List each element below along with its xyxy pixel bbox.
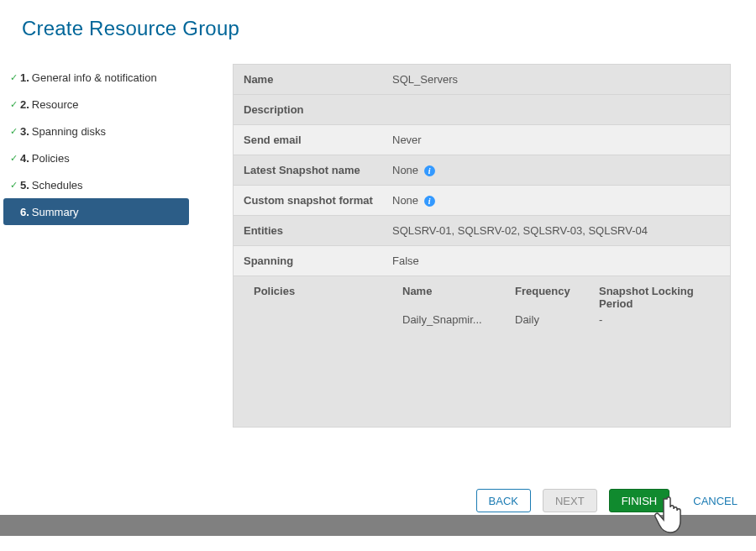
step-label: General info & notification [32,71,157,84]
footer-bar [0,515,756,536]
summary-row-policies: Policies Name Frequency Snapshot Locking… [234,276,730,427]
step-number: 3. [20,125,29,138]
field-label: Latest Snapshot name [234,155,387,185]
step-label: Summary [32,206,79,218]
finish-button[interactable]: FINISH [609,489,670,512]
policies-table-header: Name Frequency Snapshot Locking Period [402,285,715,313]
field-label: Policies [244,276,397,306]
col-name: Name [402,285,515,313]
check-icon: ✓ [10,99,20,110]
step-policies[interactable]: ✓ 4. Policies [3,144,189,171]
field-value [387,102,730,118]
summary-row-sendemail: Send email Never [234,125,730,155]
step-general-info[interactable]: ✓ 1. General info & notification [3,64,189,91]
col-frequency: Frequency [515,285,599,313]
step-summary[interactable]: ✓ 6. Summary [3,198,189,225]
wizard-button-row: BACK NEXT FINISH CANCEL [476,489,749,512]
field-value: SQL_Servers [387,65,730,94]
summary-row-description: Description [234,95,730,125]
check-icon: ✓ [10,126,20,137]
step-label: Resource [32,98,79,111]
field-value: Never [387,125,730,155]
step-label: Spanning disks [32,125,106,138]
field-value: SQLSRV-01, SQLSRV-02, SQLSRV-03, SQLSRV-… [387,216,730,245]
check-icon: ✓ [10,180,20,191]
policies-table-row: Daily_Snapmir... Daily - [402,313,715,326]
field-label: Spanning [234,246,387,276]
cell-name: Daily_Snapmir... [402,313,515,326]
summary-row-custom-snapshot: Custom snapshot format None i [234,186,730,216]
info-icon[interactable]: i [424,196,435,207]
summary-row-entities: Entities SQLSRV-01, SQLSRV-02, SQLSRV-03… [234,216,730,246]
field-value: False [387,246,730,276]
info-icon[interactable]: i [424,165,435,176]
step-resource[interactable]: ✓ 2. Resource [3,91,189,118]
check-icon: ✓ [10,72,20,83]
field-label: Custom snapshot format [234,186,387,215]
step-number: 1. [20,71,29,84]
col-locking-period: Snapshot Locking Period [599,285,715,313]
step-label: Policies [32,152,70,165]
cancel-button[interactable]: CANCEL [681,489,749,512]
field-label: Entities [234,216,387,245]
wizard-content: ✓ 1. General info & notification ✓ 2. Re… [0,64,756,428]
step-number: 2. [20,98,29,111]
step-schedules[interactable]: ✓ 5. Schedules [3,171,189,198]
page-title: Create Resource Group [0,0,756,40]
step-spanning-disks[interactable]: ✓ 3. Spanning disks [3,118,189,144]
wizard-steps-sidebar: ✓ 1. General info & notification ✓ 2. Re… [0,64,189,428]
field-value: None i [387,186,730,215]
summary-row-latest-snapshot: Latest Snapshot name None i [234,155,730,186]
cell-locking-period: - [599,313,715,326]
step-number: 5. [20,179,29,192]
summary-row-name: Name SQL_Servers [234,65,730,95]
field-value: None i [387,155,730,185]
summary-panel: Name SQL_Servers Description Send email … [233,64,731,428]
policies-table: Name Frequency Snapshot Locking Period D… [397,276,720,326]
summary-row-spanning: Spanning False [234,246,730,276]
field-label: Name [234,65,387,94]
cell-frequency: Daily [515,313,599,326]
step-number: 6. [20,206,29,218]
step-number: 4. [20,152,29,165]
field-label: Send email [234,125,387,155]
back-button[interactable]: BACK [476,489,531,512]
field-label: Description [234,95,387,124]
next-button[interactable]: NEXT [543,489,597,512]
step-label: Schedules [32,179,83,192]
check-icon: ✓ [10,153,20,164]
